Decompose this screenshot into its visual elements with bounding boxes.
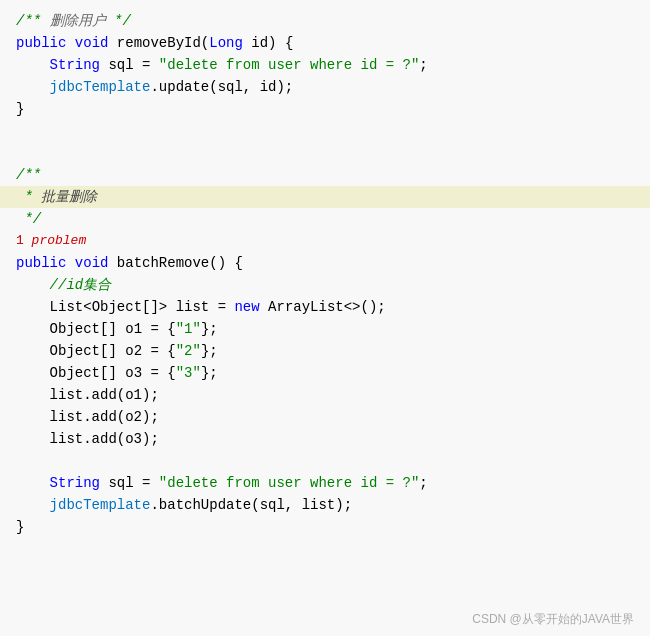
problem-text: problem	[32, 230, 87, 252]
code-text: list.add(o2);	[50, 406, 159, 428]
code-text: .batchUpdate(sql, list);	[150, 494, 352, 516]
code-text: batchRemove() {	[108, 252, 242, 274]
code-text: [] o1 = {	[100, 318, 176, 340]
code-text	[66, 252, 74, 274]
code-indent	[16, 318, 50, 340]
code-line: String sql = "delete from user where id …	[0, 472, 650, 494]
code-line: jdbcTemplate .batchUpdate(sql, list);	[0, 494, 650, 516]
code-line	[0, 120, 650, 142]
comment-text: /** 删除用户 */	[16, 10, 131, 32]
string-literal: "3"	[176, 362, 201, 384]
code-line: Object [] o3 = { "3" };	[0, 362, 650, 384]
comment-text: /**	[16, 164, 41, 186]
code-text: ;	[419, 54, 427, 76]
keyword-void: void	[75, 32, 109, 54]
keyword-string: String	[50, 54, 100, 76]
code-line: Object [] o1 = { "1" };	[0, 318, 650, 340]
code-indent	[16, 384, 50, 406]
code-text	[260, 296, 268, 318]
code-line: list.add(o3);	[0, 428, 650, 450]
code-editor: /** 删除用户 */ public void removeById( Long…	[0, 0, 650, 636]
code-text: []> list =	[142, 296, 234, 318]
classname: Object	[50, 340, 100, 362]
code-line: /** 删除用户 */	[0, 10, 650, 32]
code-line: */	[0, 208, 650, 230]
classname: Object	[50, 318, 100, 340]
code-line: //id集合	[0, 274, 650, 296]
keyword-void: void	[75, 252, 109, 274]
code-line: }	[0, 98, 650, 120]
string-literal: "delete from user where id = ?"	[159, 54, 419, 76]
code-text: ;	[419, 472, 427, 494]
problem-indicator: 1	[16, 230, 32, 252]
code-text: };	[201, 318, 218, 340]
classname: Object	[50, 362, 100, 384]
code-line: list.add(o2);	[0, 406, 650, 428]
code-text: removeById(	[108, 32, 209, 54]
variable-name: jdbcTemplate	[50, 76, 151, 98]
code-text: <	[83, 296, 91, 318]
keyword-public: public	[16, 32, 66, 54]
code-indent	[16, 472, 50, 494]
classname: ArrayList	[268, 296, 344, 318]
code-line: jdbcTemplate .update(sql, id);	[0, 76, 650, 98]
comment-text: */	[16, 208, 41, 230]
code-text: .update(sql, id);	[150, 76, 293, 98]
code-line: }	[0, 516, 650, 538]
keyword-public: public	[16, 252, 66, 274]
keyword-new: new	[234, 296, 259, 318]
code-text: list.add(o1);	[50, 384, 159, 406]
code-text: <>();	[344, 296, 386, 318]
code-line: /**	[0, 164, 650, 186]
code-line	[0, 142, 650, 164]
classname: Object	[92, 296, 142, 318]
code-indent	[16, 494, 50, 516]
code-indent	[16, 76, 50, 98]
code-indent	[16, 274, 50, 296]
code-indent	[16, 54, 50, 76]
problem-line: 1 problem	[0, 230, 650, 252]
code-line: Object [] o2 = { "2" };	[0, 340, 650, 362]
code-line	[0, 450, 650, 472]
code-text: [] o2 = {	[100, 340, 176, 362]
code-text: };	[201, 362, 218, 384]
code-indent	[16, 428, 50, 450]
string-literal: "1"	[176, 318, 201, 340]
string-literal: "delete from user where id = ?"	[159, 472, 419, 494]
code-text: sql =	[100, 54, 159, 76]
code-indent	[16, 362, 50, 384]
code-indent	[16, 406, 50, 428]
classname: List	[50, 296, 84, 318]
code-line: public void batchRemove() {	[0, 252, 650, 274]
code-text: };	[201, 340, 218, 362]
variable-name: jdbcTemplate	[50, 494, 151, 516]
comment-inline: //id集合	[50, 274, 112, 296]
code-text: sql =	[100, 472, 159, 494]
code-text: }	[16, 98, 24, 120]
code-line: String sql = "delete from user where id …	[0, 54, 650, 76]
code-text: id) {	[243, 32, 293, 54]
code-line-highlighted: * 批量删除	[0, 186, 650, 208]
code-text	[66, 32, 74, 54]
code-text: list.add(o3);	[50, 428, 159, 450]
code-line: List < Object []> list = new ArrayList <…	[0, 296, 650, 318]
code-indent	[16, 340, 50, 362]
code-indent	[16, 296, 50, 318]
code-line: public void removeById( Long id) {	[0, 32, 650, 54]
string-literal: "2"	[176, 340, 201, 362]
comment-text: * 批量删除	[16, 186, 97, 208]
watermark: CSDN @从零开始的JAVA世界	[472, 611, 634, 628]
code-line: list.add(o1);	[0, 384, 650, 406]
code-text: }	[16, 516, 24, 538]
keyword-string: String	[50, 472, 100, 494]
code-text: [] o3 = {	[100, 362, 176, 384]
keyword-long: Long	[209, 32, 243, 54]
